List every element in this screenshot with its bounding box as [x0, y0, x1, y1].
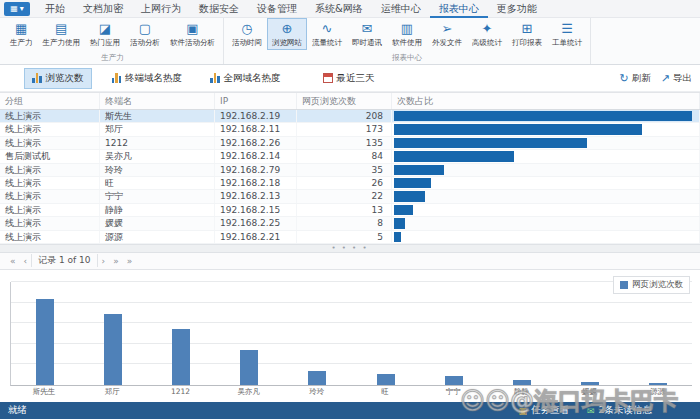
ribbon-button[interactable]: ▤生产力使用 [38, 18, 86, 50]
mail-icon: ✉ [587, 406, 595, 416]
task-icon: ▣ [518, 406, 527, 416]
tab-6[interactable]: 运维中心 [372, 0, 430, 18]
tab-8[interactable]: 更多功能 [488, 0, 546, 18]
ribbon-button-icon: ▢ [139, 21, 151, 37]
pager-next-button[interactable]: › [98, 256, 110, 266]
cell-group: 线上演示 [0, 204, 100, 216]
cell-count: 135 [297, 137, 392, 149]
ribbon-button-icon: ▦ [15, 21, 27, 37]
cell-name: 玲玲 [100, 164, 215, 176]
ribbon-button[interactable]: ☰工单统计 [547, 18, 587, 50]
refresh-icon: ↻ [620, 72, 629, 85]
export-icon: ↗ [661, 72, 670, 85]
pager-first-button[interactable]: « [6, 256, 20, 266]
cell-name: 1212 [100, 137, 215, 149]
cell-group: 线上演示 [0, 123, 100, 135]
ribbon-button[interactable]: ⊕浏览网站 [267, 18, 307, 50]
column-header-4[interactable]: 次数占比 [392, 93, 700, 109]
cell-ratio-bar [392, 204, 700, 216]
ratio-bar [394, 218, 405, 228]
action-label: 导出 [673, 72, 692, 85]
cell-count: 5 [297, 231, 392, 243]
view-button-2[interactable]: 全网域名热度 [202, 68, 289, 89]
ribbon-button[interactable]: ▢活动分析 [125, 18, 165, 50]
pager-more-button[interactable]: » [123, 256, 137, 266]
column-header-2[interactable]: IP [215, 93, 297, 109]
column-header-3[interactable]: 网页浏览次数 [297, 93, 392, 109]
chart-legend: 网页浏览次数 [613, 276, 690, 294]
tab-1[interactable]: 文档加密 [74, 0, 132, 18]
x-axis-label: 宁宁 [419, 387, 487, 399]
table-row[interactable]: 售后测试机吴亦凡192.168.2.1484 [0, 150, 700, 163]
column-header-1[interactable]: 终端名 [100, 93, 215, 109]
table-row[interactable]: 线上演示郑厅192.168.2.11173 [0, 123, 700, 136]
cell-ip: 192.168.2.79 [215, 164, 297, 176]
cell-count: 13 [297, 204, 392, 216]
table-row[interactable]: 线上演示玲玲192.168.2.7935 [0, 164, 700, 177]
status-item-label: 任务查看 [531, 404, 569, 417]
gridline [11, 281, 692, 282]
ribbon-button-icon: ▣ [186, 21, 198, 37]
cell-group: 线上演示 [0, 231, 100, 243]
x-axis-label: 1212 [146, 387, 214, 399]
table-row[interactable]: 线上演示旺192.168.2.1826 [0, 177, 700, 190]
tab-bar: ▦ ▾ 开始文档加密上网行为数据安全设备管理系统&网络运维中心报表中心更多功能 [0, 0, 700, 18]
task-view-item[interactable]: ▣任务查看 [518, 404, 569, 417]
cell-ratio-bar [392, 150, 700, 162]
ribbon-group-label: 生产力 [5, 53, 220, 64]
chart-bar [36, 299, 54, 385]
ribbon-button[interactable]: ◪热门应用 [85, 18, 125, 50]
x-axis-label: 媛媛 [556, 387, 624, 399]
ribbon-button-icon: ⊞ [522, 21, 533, 37]
refresh-button[interactable]: ↻刷新 [620, 72, 651, 85]
view-button-1[interactable]: 终端域名热度 [104, 68, 191, 89]
table-row[interactable]: 线上演示静静192.168.2.1513 [0, 204, 700, 217]
tab-7[interactable]: 报表中心 [430, 0, 488, 18]
cell-ratio-bar [392, 190, 700, 202]
table-row[interactable]: 线上演示媛媛192.168.2.258 [0, 217, 700, 230]
table-header: 分组终端名IP网页浏览次数次数占比 [0, 93, 700, 110]
ribbon-button[interactable]: ➢外发文件 [427, 18, 467, 50]
splitter-handle[interactable]: • • • • [0, 244, 700, 253]
ribbon-button[interactable]: ▣软件活动分析 [165, 18, 220, 50]
unread-messages-item[interactable]: ✉2条未读信息 [587, 404, 652, 417]
cell-name: 旺 [100, 177, 215, 189]
tab-4[interactable]: 设备管理 [248, 0, 306, 18]
ribbon-button[interactable]: ∿流量统计 [307, 18, 347, 50]
view-button-label: 浏览次数 [46, 72, 84, 85]
ribbon-button-label: 热门应用 [90, 38, 120, 48]
tab-3[interactable]: 数据安全 [190, 0, 248, 18]
ribbon-group-items: ▦生产力▤生产力使用◪热门应用▢活动分析▣软件活动分析 [5, 18, 220, 53]
column-header-0[interactable]: 分组 [0, 93, 100, 109]
export-button[interactable]: ↗导出 [661, 72, 692, 85]
table-row[interactable]: 线上演示斯先生192.168.2.19208 [0, 110, 700, 123]
ratio-bar [394, 232, 401, 242]
ratio-bar [394, 151, 514, 161]
ribbon-button[interactable]: ▦生产力 [5, 18, 38, 50]
app-menu-button[interactable]: ▦ ▾ [4, 2, 30, 16]
status-item-label: 2条未读信息 [598, 404, 652, 417]
ribbon-button[interactable]: ✦高级统计 [467, 18, 507, 50]
ratio-bar [394, 111, 692, 121]
cell-name: 郑厅 [100, 123, 215, 135]
tab-5[interactable]: 系统&网络 [306, 0, 372, 18]
pager-prev-button[interactable]: ‹ [20, 256, 32, 266]
table-row[interactable]: 线上演示宁宁192.168.2.1322 [0, 190, 700, 203]
x-axis-label: 旺 [351, 387, 419, 399]
ribbon-button[interactable]: ⊞打印报表 [507, 18, 547, 50]
chart-bar [513, 380, 531, 385]
tab-2[interactable]: 上网行为 [132, 0, 190, 18]
tab-0[interactable]: 开始 [36, 0, 74, 18]
ribbon-button[interactable]: ▥软件使用 [387, 18, 427, 50]
cell-ip: 192.168.2.26 [215, 137, 297, 149]
view-button-0[interactable]: 浏览次数 [24, 68, 92, 89]
cell-group: 售后测试机 [0, 150, 100, 162]
table-row[interactable]: 线上演示1212192.168.2.26135 [0, 137, 700, 150]
view-button-3[interactable]: 最近三天 [315, 68, 383, 89]
ribbon-button[interactable]: ✉即时通讯 [347, 18, 387, 50]
ribbon-button[interactable]: ◷活动时间 [227, 18, 267, 50]
chart-bar [104, 314, 122, 385]
table-row[interactable]: 线上演示源源192.168.2.215 [0, 231, 700, 244]
ratio-bar [394, 205, 413, 215]
pager-last-button[interactable]: » [109, 256, 123, 266]
